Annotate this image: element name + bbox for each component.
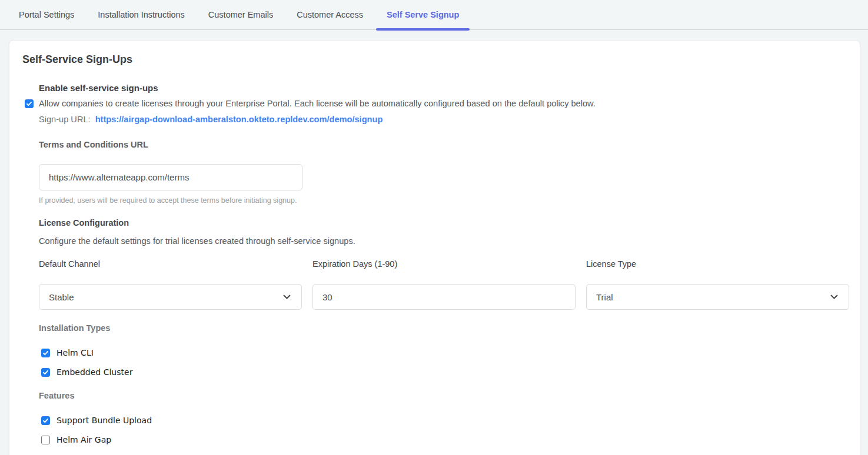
- license-type-label: License Type: [586, 259, 849, 269]
- default-channel-label: Default Channel: [39, 259, 302, 269]
- installation-type-embedded-cluster-row[interactable]: Embedded Cluster: [41, 367, 847, 377]
- self-serve-signup-panel: Self-Service Sign-Ups Enable self-servic…: [9, 40, 860, 455]
- expiration-days-field: Expiration Days (1-90): [312, 259, 576, 310]
- signup-url-label: Sign-up URL:: [39, 115, 91, 124]
- expiration-days-label: Expiration Days (1-90): [312, 259, 576, 269]
- support-bundle-upload-checkbox[interactable]: [41, 416, 50, 425]
- expiration-days-control: [312, 284, 576, 310]
- enable-signups-section: Enable self-service sign-ups Allow compa…: [39, 83, 847, 124]
- license-type-field: License Type Trial: [586, 259, 849, 310]
- tab-customer-emails[interactable]: Customer Emails: [197, 0, 285, 29]
- features-title: Features: [39, 391, 847, 400]
- tab-portal-settings[interactable]: Portal Settings: [7, 0, 86, 29]
- enable-signups-checkbox[interactable]: [25, 99, 34, 108]
- feature-support-bundle-row[interactable]: Support Bundle Upload: [41, 416, 847, 425]
- license-configuration-description: Configure the default settings for trial…: [39, 236, 847, 246]
- page-title: Self-Service Sign-Ups: [22, 53, 847, 66]
- support-bundle-upload-label: Support Bundle Upload: [56, 416, 152, 425]
- enable-signups-description: Allow companies to create licenses throu…: [39, 99, 847, 108]
- expiration-days-input[interactable]: [322, 285, 566, 309]
- default-channel-value: Stable: [49, 292, 74, 302]
- chevron-down-icon: [283, 295, 291, 300]
- tab-self-serve-signup[interactable]: Self Serve Signup: [375, 0, 471, 29]
- helm-cli-checkbox[interactable]: [41, 349, 50, 357]
- embedded-cluster-checkbox[interactable]: [41, 368, 50, 377]
- terms-helper-text: If provided, users will be required to a…: [39, 196, 847, 205]
- license-config-grid: Default Channel Stable Expiration Days (…: [39, 259, 847, 310]
- license-type-select[interactable]: Trial: [586, 284, 849, 310]
- helm-cli-label: Helm CLI: [56, 348, 94, 357]
- terms-url-label: Terms and Conditions URL: [39, 140, 847, 149]
- signup-url-link[interactable]: https://airgap-download-amberalston.okte…: [95, 115, 383, 124]
- installation-types-title: Installation Types: [39, 323, 847, 333]
- settings-tabbar: Portal Settings Installation Instruction…: [0, 0, 868, 30]
- signup-url-row: Sign-up URL: https://airgap-download-amb…: [39, 115, 847, 124]
- tab-customer-access[interactable]: Customer Access: [285, 0, 375, 29]
- tab-installation-instructions[interactable]: Installation Instructions: [86, 0, 197, 29]
- feature-helm-air-gap-row[interactable]: Helm Air Gap: [41, 435, 847, 444]
- helm-air-gap-checkbox[interactable]: [41, 436, 50, 444]
- installation-type-helm-cli-row[interactable]: Helm CLI: [41, 348, 847, 357]
- check-icon: [42, 369, 49, 376]
- terms-url-input[interactable]: [39, 164, 302, 190]
- enable-signups-label: Enable self-service sign-ups: [39, 83, 847, 93]
- default-channel-field: Default Channel Stable: [39, 259, 302, 310]
- check-icon: [26, 101, 32, 107]
- default-channel-select[interactable]: Stable: [39, 284, 302, 310]
- license-configuration-title: License Configuration: [39, 218, 847, 228]
- helm-air-gap-label: Helm Air Gap: [56, 435, 111, 444]
- embedded-cluster-label: Embedded Cluster: [56, 367, 132, 377]
- check-icon: [42, 417, 49, 424]
- check-icon: [42, 350, 49, 356]
- chevron-down-icon: [830, 295, 838, 300]
- license-type-value: Trial: [596, 292, 613, 302]
